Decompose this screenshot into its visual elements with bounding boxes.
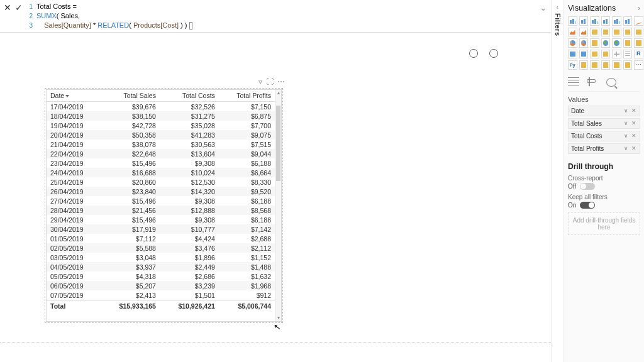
field-well-item[interactable]: Date∨ ✕ [568, 106, 640, 116]
field-well-controls[interactable]: ∨ ✕ [624, 145, 637, 151]
slider-handle[interactable] [489, 49, 498, 58]
line-number: 1 [26, 2, 36, 11]
table-row[interactable]: 05/05/2019$4,318$2,686$1,632 [47, 272, 275, 281]
slicer-visual[interactable] [438, 34, 545, 59]
column-header[interactable]: Total Costs [160, 90, 219, 102]
more-options-icon[interactable]: ⋯ [277, 77, 285, 86]
decomposition-icon[interactable] [590, 60, 599, 70]
area-chart-icon[interactable] [568, 28, 577, 37]
expand-formula-icon[interactable]: ⌄ [536, 1, 551, 14]
table-row[interactable]: 27/04/2019$15,496$9,308$6,188 [47, 196, 275, 206]
slicer-icon[interactable] [601, 50, 611, 59]
python-visual-icon[interactable] [568, 60, 577, 70]
cancel-icon[interactable]: ✕ [4, 3, 11, 13]
matrix-icon[interactable] [623, 50, 633, 59]
scatter-icon[interactable] [634, 28, 643, 37]
filled-map-icon[interactable] [612, 38, 621, 48]
fields-tab-icon[interactable] [568, 77, 579, 87]
line-number: 3 [26, 21, 36, 30]
table-visual[interactable]: ▿ ⛶ ⋯ DateTotal SalesTotal CostsTotal Pr… [46, 89, 282, 322]
visual-header: ▿ ⛶ ⋯ [258, 77, 285, 86]
cross-report-toggle[interactable]: Off [568, 183, 640, 190]
stacked-column-icon[interactable] [579, 16, 589, 26]
field-well-controls[interactable]: ∨ ✕ [624, 133, 637, 139]
column-header[interactable]: Date [47, 90, 101, 102]
table-row[interactable]: 17/04/2019$39,676$32,526$7,150 [47, 102, 275, 112]
line-clustered-icon[interactable] [601, 28, 611, 37]
analytics-tab-icon[interactable] [606, 77, 617, 87]
table-row[interactable]: 24/04/2019$16,688$10,024$6,664 [47, 168, 275, 177]
table-row[interactable]: 20/04/2019$50,358$41,283$9,075 [47, 130, 275, 140]
table-row[interactable]: 18/04/2019$38,150$31,275$6,875 [47, 111, 275, 121]
key-influencers-icon[interactable] [579, 60, 589, 70]
pane-title: Visualizations › [568, 3, 640, 16]
slider-handle[interactable] [469, 49, 478, 58]
clustered-column-icon[interactable] [601, 16, 611, 26]
card-icon[interactable] [568, 50, 577, 59]
table-row[interactable]: 06/05/2019$5,207$3,239$1,968 [47, 281, 275, 290]
drill-through-dropzone[interactable]: Add drill-through fields here [568, 212, 640, 235]
table-row[interactable]: 23/04/2019$15,496$9,308$6,188 [47, 158, 275, 168]
waterfall-icon[interactable] [623, 28, 633, 37]
table-row[interactable]: 02/05/2019$5,588$3,476$2,112 [47, 243, 275, 253]
field-well-controls[interactable]: ∨ ✕ [624, 107, 637, 114]
multi-row-card-icon[interactable] [579, 50, 589, 59]
table-row[interactable]: 29/04/2019$15,496$9,308$6,188 [47, 215, 275, 224]
map-icon[interactable] [601, 38, 611, 48]
100pct-column-icon[interactable] [623, 16, 633, 26]
focus-mode-icon[interactable]: ⛶ [266, 77, 274, 86]
field-well-item[interactable]: Total Profits∨ ✕ [568, 143, 640, 154]
scroll-up-icon[interactable]: ▴ [275, 90, 281, 96]
gauge-icon[interactable] [634, 38, 643, 48]
table-icon[interactable] [612, 50, 621, 59]
expand-filters-icon[interactable]: ‹ [557, 4, 558, 11]
stacked-area-icon[interactable] [579, 28, 589, 37]
dax-editor[interactable]: 1Total Costs = 2SUMX( Sales, 3 Sales[Qua… [26, 1, 536, 31]
stacked-bar-icon[interactable] [568, 16, 577, 26]
column-header[interactable]: Total Sales [101, 90, 160, 102]
scrollbar-vertical[interactable]: ▴ ▾ [275, 90, 281, 321]
report-canvas[interactable]: ▿ ⛶ ⋯ DateTotal SalesTotal CostsTotal Pr… [0, 33, 551, 362]
table-row[interactable]: 30/04/2019$17,919$10,777$7,142 [47, 224, 275, 234]
table-row[interactable]: 04/05/2019$3,937$2,449$1,488 [47, 262, 275, 272]
commit-icon[interactable]: ✓ [15, 3, 23, 13]
get-more-visuals-icon[interactable] [634, 60, 643, 70]
keep-filters-label: Keep all filters [568, 194, 640, 200]
r-visual-icon[interactable] [634, 50, 643, 59]
keep-filters-toggle[interactable]: On [568, 202, 640, 209]
paginated-icon[interactable] [612, 60, 621, 70]
collapse-pane-icon[interactable]: › [638, 4, 640, 13]
filters-pane-collapsed[interactable]: ‹ Filters [551, 0, 564, 362]
arcgis-icon[interactable] [623, 60, 633, 70]
format-tab-icon[interactable] [587, 77, 598, 87]
field-well-item[interactable]: Total Sales∨ ✕ [568, 118, 640, 129]
ribbon-icon[interactable] [612, 28, 621, 37]
line-column-icon[interactable] [590, 28, 599, 37]
scroll-thumb[interactable] [276, 106, 280, 181]
kpi-icon[interactable] [590, 50, 599, 59]
funnel-icon[interactable] [623, 38, 633, 48]
line-chart-icon[interactable] [634, 16, 643, 26]
field-format-tabs [568, 75, 640, 92]
table-row[interactable]: 03/05/2019$3,048$1,896$1,152 [47, 253, 275, 262]
100pct-bar-icon[interactable] [612, 16, 621, 26]
table-row[interactable]: 07/05/2019$2,413$1,501$912 [47, 290, 275, 300]
filter-icon[interactable]: ▿ [258, 77, 262, 86]
table-row[interactable]: 28/04/2019$21,456$12,888$8,568 [47, 206, 275, 215]
column-header[interactable]: Total Profits [219, 90, 275, 102]
table-row[interactable]: 21/04/2019$38,078$30,563$7,515 [47, 140, 275, 149]
table-row[interactable]: 01/05/2019$7,112$4,424$2,688 [47, 234, 275, 243]
table-row[interactable]: 19/04/2019$42,728$35,028$7,700 [47, 121, 275, 130]
pie-chart-icon[interactable] [568, 38, 577, 48]
table-row[interactable]: 26/04/2019$23,840$14,320$9,520 [47, 187, 275, 196]
donut-chart-icon[interactable] [579, 38, 589, 48]
clustered-bar-icon[interactable] [590, 16, 599, 26]
qna-icon[interactable] [601, 60, 611, 70]
field-well-item[interactable]: Total Costs∨ ✕ [568, 131, 640, 141]
treemap-icon[interactable] [590, 38, 599, 48]
table-row[interactable]: 22/04/2019$22,648$13,604$9,044 [47, 149, 275, 158]
scroll-down-icon[interactable]: ▾ [275, 315, 281, 321]
total-cell: $10,926,421 [160, 300, 219, 312]
field-well-controls[interactable]: ∨ ✕ [624, 120, 637, 126]
table-row[interactable]: 25/04/2019$20,860$12,530$8,330 [47, 177, 275, 187]
